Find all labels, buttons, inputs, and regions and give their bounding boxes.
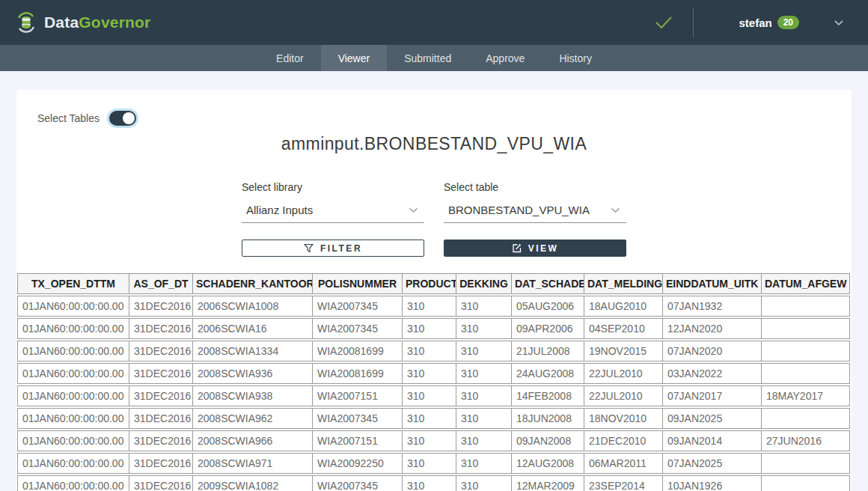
- table-cell: 2006SCWIA1008: [193, 296, 313, 317]
- table-cell: 2008SCWIA938: [193, 385, 313, 406]
- table-cell: 310: [403, 475, 456, 491]
- table-cell: 2008SCWIA966: [193, 430, 313, 451]
- table-cell: 18AUG2010: [584, 296, 663, 317]
- table-cell: 310: [403, 296, 456, 317]
- page-title: amminput.BRONBESTAND_VPU_WIA: [16, 134, 852, 154]
- library-select-label: Select library: [242, 181, 424, 193]
- table-row: 01JAN60:00:00:00.0031DEC20162006SCWIA16W…: [17, 318, 850, 339]
- table-cell: 31DEC2016: [129, 318, 193, 339]
- table-cell: 19NOV2015: [584, 341, 663, 362]
- column-header: DAT_MELDING: [584, 273, 663, 294]
- table-cell: WIA2007345: [313, 408, 403, 429]
- table-cell: 310: [456, 363, 512, 384]
- table-row: 01JAN60:00:00:00.0031DEC20162009SCWIA108…: [17, 475, 850, 491]
- table-cell: 09JAN2025: [663, 408, 762, 429]
- table-row: 01JAN60:00:00:00.0031DEC20162008SCWIA966…: [17, 430, 850, 451]
- header-bar: DataGovernor stefan 20: [0, 0, 868, 45]
- chevron-down-icon: [409, 207, 418, 213]
- table-cell: 01JAN60:00:00:00.00: [17, 453, 129, 474]
- tab-history[interactable]: History: [542, 45, 609, 71]
- table-row: 01JAN60:00:00:00.0031DEC20162008SCWIA962…: [17, 408, 850, 429]
- chevron-down-icon: [611, 207, 620, 213]
- table-cell: 31DEC2016: [129, 363, 193, 384]
- table-cell: 22JUL2010: [584, 363, 663, 384]
- table-cell: 310: [403, 408, 456, 429]
- table-cell: 27JUN2016: [762, 430, 850, 451]
- table-cell: 07JAN2025: [663, 453, 762, 474]
- table-cell: WIA2007345: [313, 296, 403, 317]
- table-cell: 01JAN60:00:00:00.00: [17, 296, 129, 317]
- table-cell: 23SEP2014: [584, 475, 663, 491]
- table-cell: 01JAN60:00:00:00.00: [17, 363, 129, 384]
- table-cell: 310: [456, 318, 512, 339]
- library-select-value: Allianz Inputs: [246, 204, 313, 216]
- table-cell: 21JUL2008: [512, 341, 584, 362]
- content-card: Select Tables amminput.BRONBESTAND_VPU_W…: [16, 90, 852, 491]
- table-header-row: TX_OPEN_DTTMAS_OF_DTSCHADENR_KANTOORPOLI…: [17, 273, 850, 294]
- table-cell: 04SEP2010: [584, 318, 663, 339]
- column-header: DEKKING: [456, 273, 512, 294]
- column-header: SCHADENR_KANTOOR: [193, 273, 313, 294]
- table-cell: 310: [403, 318, 456, 339]
- table-select[interactable]: BRONBESTAND_VPU_WIA: [444, 201, 626, 223]
- column-header: EINDDATUM_UITK: [663, 273, 762, 294]
- table-cell: 09JAN2014: [663, 430, 762, 451]
- table-cell: 18JUN2008: [512, 408, 584, 429]
- table-cell: 310: [456, 475, 512, 491]
- tab-approve[interactable]: Approve: [468, 45, 542, 71]
- table-cell: [762, 296, 850, 317]
- funnel-icon: [304, 243, 314, 253]
- column-header: DAT_SCHADE: [512, 273, 584, 294]
- table-cell: [762, 318, 850, 339]
- table-cell: 12AUG2008: [512, 453, 584, 474]
- table-cell: 310: [456, 408, 512, 429]
- table-cell: 01JAN60:00:00:00.00: [17, 408, 129, 429]
- table-cell: [762, 475, 850, 491]
- table-cell: 07JAN2017: [663, 385, 762, 406]
- table-cell: 2008SCWIA962: [193, 408, 313, 429]
- checkmark-icon[interactable]: [654, 14, 673, 31]
- table-cell: 310: [403, 430, 456, 451]
- filter-button[interactable]: FILTER: [242, 240, 424, 257]
- brand-logo: DataGovernor: [15, 11, 150, 34]
- table-cell: 06MAR2011: [584, 453, 663, 474]
- view-button[interactable]: VIEW: [444, 240, 626, 257]
- table-cell: 31DEC2016: [129, 385, 193, 406]
- header-divider: [693, 7, 694, 37]
- tab-viewer[interactable]: Viewer: [321, 45, 388, 71]
- table-cell: 07JAN1932: [663, 296, 762, 317]
- database-sync-icon: [15, 11, 37, 34]
- table-row: 01JAN60:00:00:00.0031DEC20162006SCWIA100…: [17, 296, 850, 317]
- library-select[interactable]: Allianz Inputs: [242, 201, 424, 223]
- table-cell: WIA2007151: [313, 430, 403, 451]
- toggle-knob: [123, 112, 135, 124]
- user-menu[interactable]: stefan 20: [739, 16, 799, 29]
- table-cell: 310: [403, 453, 456, 474]
- table-cell: WIA20081699: [313, 363, 403, 384]
- table-cell: 2009SCWIA1082: [193, 475, 313, 491]
- table-cell: 01JAN60:00:00:00.00: [17, 430, 129, 451]
- table-cell: 01JAN60:00:00:00.00: [17, 318, 129, 339]
- table-cell: 01JAN60:00:00:00.00: [17, 341, 129, 362]
- table-row: 01JAN60:00:00:00.0031DEC20162008SCWIA133…: [17, 341, 850, 362]
- table-cell: [762, 453, 850, 474]
- table-cell: 2008SCWIA936: [193, 363, 313, 384]
- table-cell: 12MAR2009: [512, 475, 584, 491]
- table-cell: 310: [456, 341, 512, 362]
- tab-submitted[interactable]: Submitted: [387, 45, 468, 71]
- table-cell: 07JAN2020: [663, 341, 762, 362]
- column-header: POLISNUMMER: [313, 273, 403, 294]
- table-cell: 22JUL2010: [584, 385, 663, 406]
- table-cell: [762, 408, 850, 429]
- table-cell: 310: [403, 363, 456, 384]
- table-cell: 09JAN2008: [512, 430, 584, 451]
- table-cell: 31DEC2016: [129, 341, 193, 362]
- table-cell: 31DEC2016: [129, 430, 193, 451]
- table-cell: 12JAN2020: [663, 318, 762, 339]
- column-header: PRODUCT: [403, 273, 456, 294]
- tab-editor[interactable]: Editor: [259, 45, 321, 71]
- column-header: TX_OPEN_DTTM: [17, 273, 129, 294]
- table-cell: 2008SCWIA1334: [193, 341, 313, 362]
- chevron-down-icon[interactable]: [834, 19, 844, 26]
- select-tables-toggle[interactable]: [109, 111, 136, 126]
